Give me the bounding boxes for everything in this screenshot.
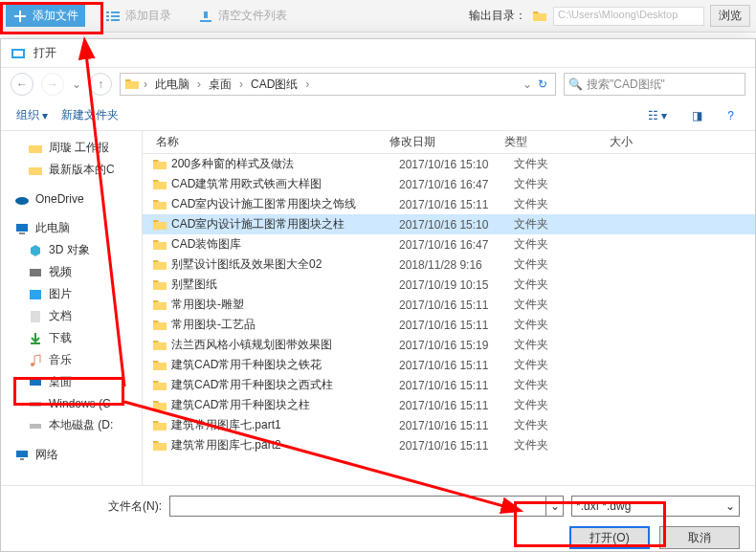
- svg-line-14: [86, 54, 124, 386]
- annotation-arrow: [0, 0, 756, 552]
- svg-line-15: [124, 402, 507, 507]
